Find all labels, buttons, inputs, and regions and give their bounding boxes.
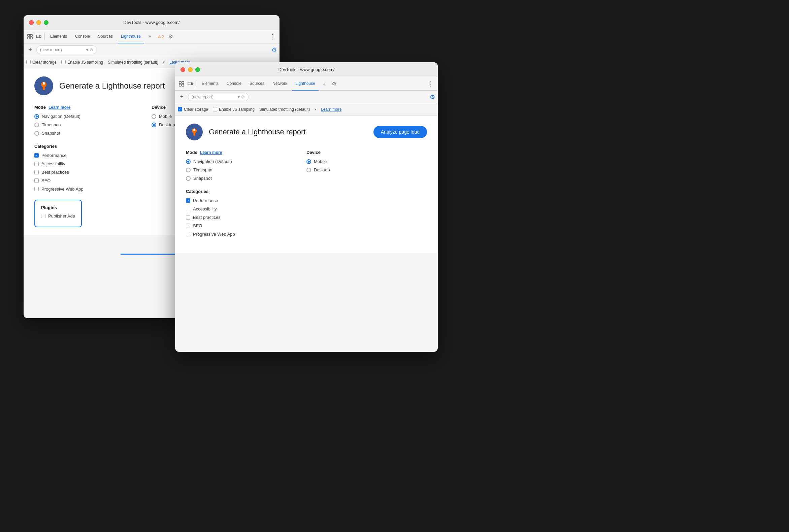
svg-point-20: [193, 129, 195, 130]
throttle-dropdown-icon-1[interactable]: ▾: [163, 60, 165, 64]
mode-timespan-radio-1[interactable]: [34, 122, 39, 127]
tab-more-2[interactable]: »: [320, 77, 329, 91]
device-desktop-radio-1[interactable]: [152, 122, 156, 127]
clear-button-1[interactable]: ⊘: [90, 47, 93, 52]
minimize-button-2[interactable]: [188, 67, 193, 72]
plugin-publisher-ads-cb-1[interactable]: [41, 214, 45, 218]
mode-timespan-1[interactable]: Timespan: [34, 122, 152, 127]
close-button-2[interactable]: [181, 67, 185, 72]
cat-performance-cb-1[interactable]: ✓: [34, 153, 39, 157]
url-field-1[interactable]: (new report) ▾ ⊘: [36, 45, 97, 54]
tab-sources[interactable]: Sources: [95, 30, 116, 43]
warning-count: 2: [162, 35, 164, 39]
svg-rect-13: [179, 84, 181, 86]
cat-accessibility-cb-2[interactable]: [186, 207, 190, 211]
mode-timespan-radio-2[interactable]: [186, 168, 191, 172]
svg-rect-15: [188, 82, 191, 85]
cat-performance-cb-2[interactable]: ✓: [186, 198, 190, 203]
device-mobile-radio-1[interactable]: [152, 114, 156, 119]
cat-accessibility-2[interactable]: Accessibility: [186, 206, 427, 211]
cat-seo-cb-1[interactable]: [34, 178, 39, 183]
cat-seo-2[interactable]: SEO: [186, 223, 427, 228]
mode-snapshot-1[interactable]: Snapshot: [34, 131, 152, 136]
mode-nav-radio-1[interactable]: [34, 114, 39, 119]
mode-snapshot-radio-1[interactable]: [34, 131, 39, 136]
cat-best-practices-2[interactable]: Best practices: [186, 215, 427, 220]
cat-best-practices-cb-1[interactable]: [34, 170, 39, 174]
tab-lighthouse-2[interactable]: Lighthouse: [292, 77, 319, 91]
js-sampling-cb-2[interactable]: [213, 107, 217, 111]
responsive-icon[interactable]: [35, 33, 42, 40]
mode-section-1: Mode Learn more Navigation (Default) Tim…: [34, 105, 152, 136]
clear-storage-cb-2[interactable]: ✓: [178, 107, 182, 111]
maximize-button-2[interactable]: [195, 67, 200, 72]
js-sampling-checkbox-1[interactable]: Enable JS sampling: [61, 60, 103, 65]
cat-pwa-cb-1[interactable]: [34, 187, 39, 191]
device-desktop-radio-2[interactable]: [306, 168, 311, 172]
dots-menu-2[interactable]: ⋮: [426, 80, 435, 88]
learn-more-link-2[interactable]: Learn more: [321, 107, 341, 112]
gear-settings-button-1[interactable]: ⚙: [271, 46, 277, 54]
url-field-2[interactable]: (new report) ▾ ⊘: [188, 93, 248, 101]
mode-navigation-2[interactable]: Navigation (Default): [186, 159, 306, 164]
throttle-dropdown-icon-2[interactable]: ▾: [315, 108, 316, 111]
clear-storage-checkbox-2[interactable]: ✓ Clear storage: [178, 107, 208, 112]
clear-storage-cb-1[interactable]: [26, 60, 31, 64]
gear-button-1[interactable]: ⚙: [167, 33, 174, 40]
js-sampling-cb-1[interactable]: [61, 60, 66, 64]
clear-storage-label-2: Clear storage: [184, 107, 208, 112]
tab-elements[interactable]: Elements: [47, 30, 70, 43]
cat-seo-cb-2[interactable]: [186, 224, 190, 228]
clear-button-2[interactable]: ⊘: [241, 94, 245, 99]
lighthouse-logo-2: [186, 124, 203, 140]
inspector-icon-2[interactable]: [178, 80, 185, 88]
mode-snapshot-radio-2[interactable]: [186, 176, 191, 181]
mode-navigation-1[interactable]: Navigation (Default): [34, 114, 152, 119]
device-mobile-radio-2[interactable]: [306, 159, 311, 164]
cat-pwa-cb-2[interactable]: [186, 232, 190, 236]
tab-elements-2[interactable]: Elements: [198, 77, 222, 91]
mode-title-1: Mode Learn more: [34, 105, 152, 110]
mode-timespan-2[interactable]: Timespan: [186, 167, 306, 172]
cat-best-practices-cb-2[interactable]: [186, 215, 190, 220]
add-report-button-2[interactable]: +: [178, 93, 186, 100]
tab-console-2[interactable]: Console: [223, 77, 245, 91]
close-button-1[interactable]: [29, 20, 34, 25]
throttle-text-2: Simulated throttling (default): [259, 107, 310, 112]
mode-nav-radio-2[interactable]: [186, 159, 191, 164]
maximize-button-1[interactable]: [44, 20, 49, 25]
url-field-text-1: (new report): [40, 48, 85, 52]
gear-button-2[interactable]: ⚙: [330, 80, 338, 87]
gear-settings-button-2[interactable]: ⚙: [430, 93, 435, 101]
cat-accessibility-cb-1[interactable]: [34, 162, 39, 166]
clear-storage-checkbox-1[interactable]: Clear storage: [26, 60, 57, 65]
mode-learn-more-1[interactable]: Learn more: [49, 105, 70, 110]
tab-sources-2[interactable]: Sources: [246, 77, 268, 91]
svg-rect-19: [193, 133, 195, 136]
tab-more[interactable]: »: [146, 30, 154, 43]
tab-lighthouse[interactable]: Lighthouse: [117, 30, 144, 43]
add-report-button-1[interactable]: +: [26, 46, 34, 53]
inspector-icon[interactable]: [26, 33, 34, 40]
toolbar-separator-2: [196, 80, 196, 87]
js-sampling-checkbox-2[interactable]: Enable JS sampling: [213, 107, 255, 112]
mode-section-2: Mode Learn more Navigation (Default) Tim…: [186, 150, 306, 181]
tab-console[interactable]: Console: [72, 30, 93, 43]
options-row-2: ✓ Clear storage Enable JS sampling Simul…: [175, 103, 438, 115]
categories-section-2: Categories ✓ Performance Accessibility B…: [186, 189, 427, 237]
mode-snapshot-2[interactable]: Snapshot: [186, 176, 306, 181]
traffic-lights-1: [29, 20, 49, 25]
svg-rect-5: [40, 36, 41, 37]
minimize-button-1[interactable]: [36, 20, 41, 25]
throttle-text-1: Simulated throttling (default): [108, 60, 158, 65]
plugin-publisher-ads-1[interactable]: Publisher Ads: [41, 213, 75, 218]
dots-menu-1[interactable]: ⋮: [268, 33, 277, 40]
cat-pwa-2[interactable]: Progressive Web App: [186, 232, 427, 237]
analyze-page-load-button[interactable]: Analyze page load: [373, 126, 427, 138]
device-mobile-2[interactable]: Mobile: [306, 159, 427, 164]
responsive-icon-2[interactable]: [187, 80, 194, 88]
device-desktop-2[interactable]: Desktop: [306, 167, 427, 172]
cat-performance-2[interactable]: ✓ Performance: [186, 198, 427, 203]
mode-learn-more-2[interactable]: Learn more: [200, 150, 222, 155]
tab-network-2[interactable]: Network: [269, 77, 290, 91]
